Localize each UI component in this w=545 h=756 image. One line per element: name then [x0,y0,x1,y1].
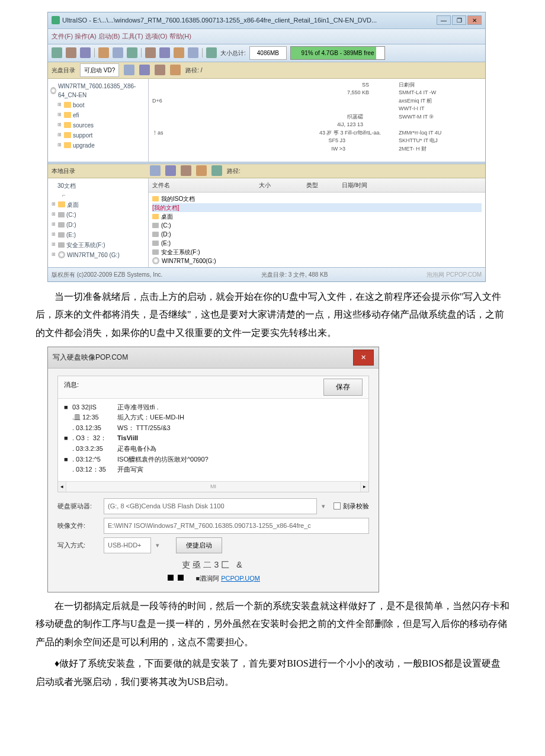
list-cell: D+6 [152,97,381,105]
footer-text-2a: ■泗润阿 [195,575,219,582]
bar-icon[interactable] [181,165,191,176]
footer-link[interactable]: PCPOP.UQM [221,575,260,582]
paragraph-1: 当一切准备就绪后，点击上方的启动，就会开始在你的U盘中写入文件，在这之前程序还会… [36,288,509,342]
folder-icon [64,122,71,128]
close-button[interactable]: ✕ [353,350,374,366]
tool5-icon[interactable] [159,47,170,58]
drive-icon [152,249,159,255]
menu-bar[interactable]: 文件(F) 操作(A) 启动(B) 工具(T) 选项(O) 帮助(H) [48,29,485,44]
tool7-icon[interactable] [188,47,198,58]
maximize-button[interactable]: ❐ [452,15,466,25]
capacity-progress: 91% of 4.7GB - 389MB free [290,46,385,60]
checkbox-icon [334,502,341,510]
bar-icon[interactable] [139,65,150,75]
cd-panes: WIN7RTM_7600.16385_X86-64_CN-EN ⊞boot ⊞e… [48,79,485,162]
scroll-track[interactable]: MI [66,482,360,492]
save-icon[interactable] [80,47,91,58]
toolbar: 大小总计: 4086MB 91% of 4.7GB - 389MB free [48,44,485,62]
dialog-title: 写入硬盘映像POP.COM [53,351,128,364]
status-text: 光盘目录: 3 文件, 488 KB [261,269,328,280]
minimize-button[interactable]: — [437,15,451,25]
separator [94,48,95,57]
drive-row: 硬盘驱动器: (G:, 8 <GB)Cenda USB Flash Disk 1… [57,498,369,514]
open-icon[interactable] [66,47,76,58]
col-type[interactable]: 类型 [306,180,342,191]
list-cell: axsEmiq IT 籾 [399,97,482,105]
window-title: UltraISO - E:\...\...\windows7_RTM_7600.… [62,14,377,27]
folder-icon [64,132,71,138]
bar-icon[interactable] [165,165,176,176]
cd-icon [58,251,65,258]
close-button[interactable]: ✕ [467,15,482,25]
list-cell: 织菡礵 [152,113,381,121]
quick-start-button[interactable]: 便捷启动 [176,537,222,553]
scroll-left-icon[interactable]: ◂ [58,482,66,492]
size-value: 7,550 KB [152,89,381,97]
drive-icon [58,242,65,248]
folder-icon [58,201,65,207]
scroll-right-icon[interactable]: ▸ [360,482,368,492]
bar-icon[interactable] [155,65,165,75]
tool6-icon[interactable] [174,47,184,58]
mode-row: 写入方式: USB-HDD+ ▾ 便捷启动 [57,537,369,553]
local-file-list[interactable]: 文件名 大小 类型 日期/时间 我的ISO文档 [我的文档] 桌面 (C:) (… [149,178,485,267]
list-cell: 4iJ, 123 13 [152,121,381,129]
drive-icon [152,223,159,228]
dialog-footer: 吏亟二3匚 & ■泗润阿 PCPOP.UQM [57,557,369,585]
bar-icon[interactable] [170,65,181,75]
list-item: (E:) [161,239,171,248]
drive-icon [152,232,159,237]
list-cell: 43 岁 筝 3 Fill-crfBifrtL-aa. [152,129,381,137]
list-item: 我的ISO文档 [161,194,195,203]
local-info-bar: 本地目录 路径: [48,164,485,178]
bootable-field: 可启动 VD? [80,63,119,77]
col-header: SS [152,81,381,89]
copyright: 版权所有 (c)2002-2009 EZB Systems, Inc. [52,269,162,280]
list-item: 桌面 [161,212,173,221]
cd-file-list[interactable]: SS 7,550 KB D+6 织菡礵 4iJ, 123 13 ！as 43 岁… [149,79,485,162]
local-dir-label: 本地目录 [52,165,75,177]
image-row: 映像文件: E:\WIN7 ISO\Windows7_RTM_7600.1638… [57,518,369,534]
tree-item: support [73,131,92,140]
drive-label: 硬盘驱动器: [57,500,99,512]
list-cell: 2MET- H 财 [399,145,482,153]
list-cell: SF5 J3 [152,137,381,145]
folder-icon [64,142,71,148]
bar-icon[interactable] [150,165,161,176]
mode-select[interactable]: USB-HDD+ [104,537,151,553]
folder-icon [152,196,159,201]
drive-select[interactable]: (G:, 8 <GB)Cenda USB Flash Disk 1100 [104,498,317,514]
new-icon[interactable] [52,47,62,58]
list-cell: 日劇侗 [399,81,482,89]
list-item: 安全王系统(F:) [161,248,200,257]
bar-icon[interactable] [196,165,207,176]
save-button[interactable]: 保存 [323,379,363,396]
list-cell: IW >3 [152,145,381,153]
local-tree[interactable]: 30文档 ⌐ ⊞桌面 ⊞(C:) ⊞(D:) ⊞(E:) ⊞安全王系统(F:) … [48,178,149,267]
folder-icon [152,214,159,219]
path-label: 路径: / [185,65,202,76]
bar-icon[interactable] [124,65,134,75]
col-date[interactable]: 日期/时间 [342,180,482,191]
image-field[interactable]: E:\WIN7 ISO\Windows7_RTM_7600.16385.0907… [104,518,369,534]
list-cell: SMMT-L4 IT -W [399,89,482,97]
tree-item: sources [73,121,94,130]
write-dialog: 写入硬盘映像POP.COM ✕ 消息: 保存 ■03 32|IS正寺准寻毀tfi… [47,347,379,592]
scrollbar[interactable]: ◂ MI ▸ [58,481,368,492]
tool8-icon[interactable] [206,47,217,58]
cd-dir-label: 光盘目录 [52,65,75,76]
folder-icon [64,112,71,118]
verify-checkbox[interactable]: 刻录校验 [334,500,369,512]
list-cell: SKHTTU* IT 电J [399,137,482,145]
message-box: 消息: 保存 ■03 32|IS正寺准寻毀tfi . .皿 12:35垢入方式：… [57,376,369,492]
tool4-icon[interactable] [145,47,156,58]
tool-icon[interactable] [98,47,109,58]
local-panes: 30文档 ⌐ ⊞桌面 ⊞(C:) ⊞(D:) ⊞(E:) ⊞安全王系统(F:) … [48,178,485,267]
tool2-icon[interactable] [113,47,123,58]
col-size[interactable]: 大小 [259,180,306,191]
block-icon [178,575,184,581]
col-filename[interactable]: 文件名 [152,180,259,191]
cd-tree[interactable]: WIN7RTM_7600.16385_X86-64_CN-EN ⊞boot ⊞e… [48,79,149,162]
bar-icon[interactable] [211,165,222,176]
tool3-icon[interactable] [127,47,137,58]
